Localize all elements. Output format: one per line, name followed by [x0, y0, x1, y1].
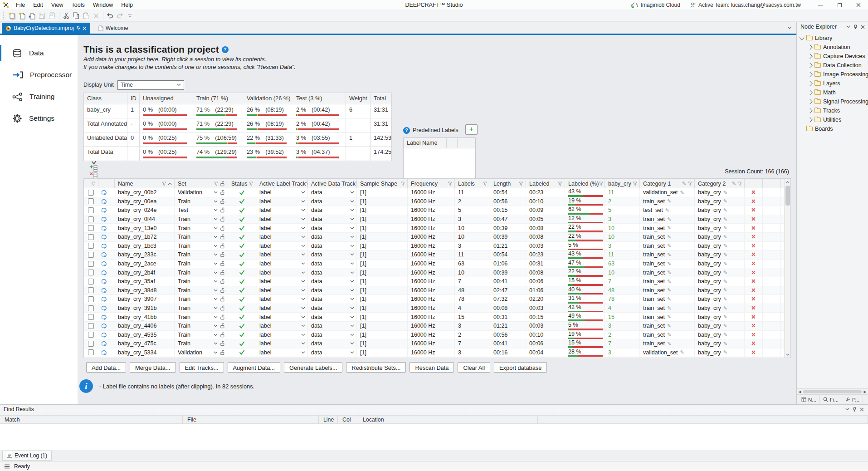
session-name[interactable]: baby_cry_233c: [115, 250, 175, 259]
lock-open-icon[interactable]: [220, 296, 225, 302]
set-dropdown[interactable]: Train: [175, 215, 228, 224]
set-dropdown[interactable]: Train: [175, 295, 228, 304]
delete-session-icon[interactable]: ×: [751, 260, 756, 267]
filter-icon[interactable]: [737, 182, 742, 186]
lock-open-icon[interactable]: [220, 190, 225, 195]
active-data-track-dropdown[interactable]: data: [308, 215, 357, 224]
active-label-track-dropdown[interactable]: label: [256, 286, 308, 295]
pencil-icon[interactable]: ✎: [667, 234, 671, 240]
filter-icon[interactable]: [558, 182, 562, 186]
delete-session-icon[interactable]: ×: [751, 206, 756, 214]
delete-session-icon[interactable]: ×: [751, 242, 756, 250]
active-data-track-dropdown[interactable]: data: [308, 348, 357, 357]
pencil-icon[interactable]: ✎: [723, 314, 727, 320]
delete-icon[interactable]: [91, 11, 101, 20]
redo-icon[interactable]: [115, 11, 125, 20]
session-name[interactable]: baby_cry_00ea: [115, 197, 175, 206]
menu-edit[interactable]: Edit: [29, 1, 47, 9]
tree-item-layers[interactable]: Layers: [797, 79, 868, 88]
row-checkbox[interactable]: [88, 270, 94, 275]
resync-icon[interactable]: [102, 234, 107, 240]
new-project-icon[interactable]: [7, 11, 17, 20]
delete-session-icon[interactable]: ×: [751, 287, 756, 294]
resync-icon[interactable]: [102, 296, 107, 302]
save-icon[interactable]: [37, 11, 47, 20]
active-label-track-dropdown[interactable]: label: [256, 295, 308, 304]
export-database-button[interactable]: Export database: [494, 362, 547, 373]
expander-closed-icon[interactable]: [807, 63, 812, 68]
set-dropdown[interactable]: Train: [175, 250, 228, 259]
lock-open-icon[interactable]: [220, 216, 225, 222]
resync-icon[interactable]: [102, 261, 107, 266]
set-dropdown[interactable]: Train: [175, 268, 228, 277]
resync-icon[interactable]: [102, 341, 107, 346]
lock-open-icon[interactable]: [220, 341, 225, 346]
tree-item-data-collection[interactable]: Data Collection: [797, 61, 868, 70]
row-checkbox[interactable]: [88, 323, 94, 329]
expander-closed-icon[interactable]: [807, 99, 812, 104]
add-column-icon[interactable]: [90, 165, 104, 172]
pencil-icon[interactable]: ✎: [723, 234, 727, 240]
active-label-track-dropdown[interactable]: label: [256, 233, 308, 241]
lock-open-icon[interactable]: [220, 270, 225, 275]
session-name[interactable]: baby_cry_2b4f: [115, 268, 175, 277]
active-data-track-dropdown[interactable]: data: [308, 286, 357, 295]
column-header-baby_cry[interactable]: baby_cry: [605, 179, 640, 188]
tree-item-annotation[interactable]: Annotation: [797, 43, 868, 52]
column-header-labeled[interactable]: Labeled: [526, 179, 565, 188]
expander-closed-icon[interactable]: [807, 117, 812, 122]
session-name[interactable]: baby_cry_35af: [115, 277, 175, 286]
augment-data-button[interactable]: Augment Data...: [228, 362, 280, 373]
delete-session-icon[interactable]: ×: [751, 251, 756, 258]
row-checkbox[interactable]: [88, 243, 94, 249]
row-checkbox[interactable]: [88, 341, 94, 347]
row-checkbox[interactable]: [88, 225, 94, 231]
set-dropdown[interactable]: Train: [175, 286, 228, 295]
pencil-icon[interactable]: ✎: [723, 261, 727, 267]
collapsed-tab-n[interactable]: N...: [798, 396, 820, 403]
row-checkbox[interactable]: [88, 296, 94, 302]
minimize-button[interactable]: [811, 0, 830, 10]
lock-open-icon[interactable]: [220, 323, 225, 329]
resync-icon[interactable]: [102, 190, 107, 195]
panel-close-icon[interactable]: [858, 406, 865, 413]
resync-icon[interactable]: [102, 279, 107, 284]
active-data-track-dropdown[interactable]: data: [308, 339, 357, 348]
row-checkbox[interactable]: [88, 216, 94, 222]
row-checkbox[interactable]: [88, 279, 94, 285]
pencil-icon[interactable]: ✎: [680, 190, 684, 196]
paste-icon[interactable]: [81, 11, 91, 20]
resync-icon[interactable]: [102, 270, 107, 275]
active-label-track-dropdown[interactable]: label: [256, 304, 308, 313]
pencil-icon[interactable]: ✎: [723, 279, 727, 285]
expander-open-icon[interactable]: [799, 35, 804, 40]
pencil-icon[interactable]: ✎: [682, 181, 686, 186]
row-checkbox[interactable]: [88, 261, 94, 267]
pencil-icon[interactable]: ✎: [667, 270, 671, 275]
column-header-name[interactable]: Name: [115, 179, 175, 188]
new-file-icon[interactable]: [17, 11, 27, 20]
pencil-icon[interactable]: ✎: [667, 287, 671, 293]
pencil-icon[interactable]: ✎: [723, 243, 727, 249]
filter-icon[interactable]: [448, 182, 452, 186]
sidebar-item-training[interactable]: Training: [0, 86, 78, 108]
active-label-track-dropdown[interactable]: label: [256, 268, 308, 277]
tab-babycrydetection[interactable]: BabyCryDetection.improj: [2, 23, 90, 34]
filter-icon[interactable]: [91, 182, 96, 186]
set-dropdown[interactable]: Validation: [175, 188, 228, 197]
session-name[interactable]: baby_cry_41bb: [115, 313, 175, 321]
pencil-icon[interactable]: ✎: [723, 190, 727, 196]
add-data-button[interactable]: Add Data...: [86, 362, 126, 373]
lock-open-icon[interactable]: [220, 199, 225, 204]
resync-icon[interactable]: [102, 332, 107, 338]
pin-icon[interactable]: [76, 26, 80, 31]
scrollbar-thumb[interactable]: [803, 390, 862, 393]
rescan-data-button[interactable]: Rescan Data: [410, 362, 454, 373]
delete-session-icon[interactable]: ×: [751, 331, 756, 339]
pencil-icon[interactable]: ✎: [723, 207, 727, 213]
open-file-icon[interactable]: [27, 11, 37, 20]
pencil-icon[interactable]: ✎: [667, 216, 671, 222]
session-name[interactable]: baby_cry_1bc3: [115, 242, 175, 250]
tree-item-signal-processing[interactable]: Signal Processing: [797, 97, 868, 106]
active-label-track-dropdown[interactable]: label: [256, 348, 308, 357]
